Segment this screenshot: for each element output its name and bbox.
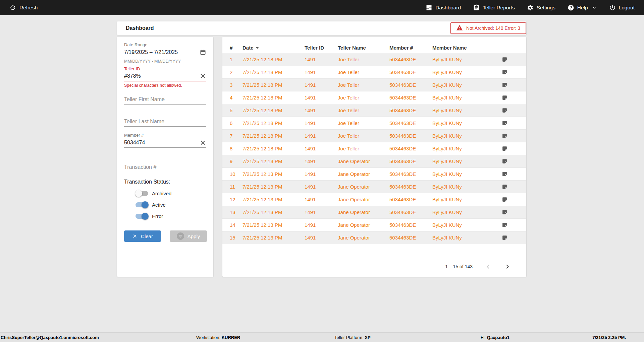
nav-teller-reports-label: Teller Reports bbox=[483, 5, 515, 11]
note-icon[interactable] bbox=[502, 222, 526, 228]
cell-member-num: 5034463DE bbox=[389, 57, 432, 62]
cell-teller-id: 1491 bbox=[305, 108, 338, 113]
note-icon[interactable] bbox=[502, 120, 526, 126]
apply-button[interactable]: Apply bbox=[170, 230, 207, 242]
note-icon[interactable] bbox=[502, 209, 526, 215]
cell-date: 7/21/25 12:18 PM bbox=[243, 133, 305, 139]
refresh-button[interactable]: Refresh bbox=[9, 4, 38, 11]
cell-teller-name: Jane Operator bbox=[338, 235, 389, 241]
clear-member-number-icon[interactable] bbox=[200, 139, 206, 146]
table-row[interactable]: 147/21/25 12:13 PM1491Jane Operator50344… bbox=[222, 219, 526, 231]
cell-teller-id: 1491 bbox=[305, 146, 338, 151]
col-date[interactable]: Date bbox=[243, 45, 305, 51]
calendar-icon[interactable] bbox=[200, 49, 206, 56]
cell-teller-name: Joe Teller bbox=[338, 108, 389, 113]
clear-teller-id-icon[interactable] bbox=[200, 73, 206, 79]
cell-teller-id: 1491 bbox=[305, 120, 338, 126]
cell-date: 7/21/25 12:18 PM bbox=[243, 146, 305, 151]
filter-panel: Date Range MM/DD/YYYY - MM/DD/YYYY Telle… bbox=[117, 37, 213, 277]
note-icon[interactable] bbox=[502, 235, 526, 241]
table-row[interactable]: 137/21/25 12:13 PM1491Jane Operator50344… bbox=[222, 206, 526, 219]
table-row[interactable]: 67/21/25 12:18 PM1491Joe Teller5034463DE… bbox=[222, 117, 526, 130]
note-icon[interactable] bbox=[502, 69, 526, 75]
table-row[interactable]: 127/21/25 12:13 PM1491Jane Operator50344… bbox=[222, 193, 526, 206]
prev-page-button[interactable] bbox=[484, 263, 492, 271]
table-row[interactable]: 97/21/25 12:13 PM1491Jane Operator503446… bbox=[222, 155, 526, 168]
nav-help[interactable]: Help bbox=[568, 4, 597, 11]
col-member-name[interactable]: Member Name bbox=[432, 45, 502, 51]
toggle-label: Active bbox=[152, 202, 166, 208]
cell-date: 7/21/25 12:18 PM bbox=[243, 82, 305, 88]
not-archived-alert[interactable]: Not Archived: 140 Error: 3 bbox=[450, 22, 526, 34]
table-row[interactable]: 37/21/25 12:18 PM1491Joe Teller5034463DE… bbox=[222, 79, 526, 91]
note-icon[interactable] bbox=[502, 108, 526, 113]
toggle-label: Error bbox=[152, 213, 163, 219]
toggle-switch[interactable] bbox=[136, 191, 148, 196]
table-row[interactable]: 17/21/25 12:18 PM1491Joe Teller5034463DE… bbox=[222, 53, 526, 66]
toggle-active[interactable]: Active bbox=[124, 199, 206, 210]
current-datetime: 7/21/25 2:25 PM. bbox=[592, 335, 626, 340]
cell-num: 9 bbox=[230, 158, 243, 164]
teller-last-name-input[interactable] bbox=[124, 119, 206, 125]
cell-date: 7/21/25 12:13 PM bbox=[243, 184, 305, 190]
toggle-switch[interactable] bbox=[136, 214, 148, 219]
table-row[interactable]: 77/21/25 12:18 PM1491Joe Teller5034463DE… bbox=[222, 130, 526, 142]
topbar-nav: Dashboard Teller Reports Settings Help bbox=[426, 4, 635, 11]
nav-settings[interactable]: Settings bbox=[527, 4, 555, 11]
note-icon[interactable] bbox=[502, 57, 526, 62]
table-row[interactable]: 27/21/25 12:18 PM1491Joe Teller5034463DE… bbox=[222, 66, 526, 79]
table-row[interactable]: 157/21/25 12:13 PM1491Jane Operator50344… bbox=[222, 231, 526, 244]
note-icon[interactable] bbox=[502, 146, 526, 151]
cell-member-name: ByLyJI KUNy bbox=[432, 146, 502, 151]
note-icon[interactable] bbox=[502, 197, 526, 202]
note-icon[interactable] bbox=[502, 133, 526, 139]
cell-member-num: 5034463DE bbox=[389, 222, 432, 228]
cell-num: 12 bbox=[230, 197, 243, 202]
note-icon[interactable] bbox=[502, 158, 526, 164]
refresh-label: Refresh bbox=[19, 5, 38, 11]
date-range-input[interactable] bbox=[124, 49, 200, 55]
cell-num: 6 bbox=[230, 120, 243, 126]
nav-logout[interactable]: Logout bbox=[609, 4, 635, 11]
cell-member-name: ByLyJI KUNy bbox=[432, 209, 502, 215]
table-row[interactable]: 47/21/25 12:18 PM1491Joe Teller5034463DE… bbox=[222, 91, 526, 104]
table-row[interactable]: 57/21/25 12:18 PM1491Joe Teller5034463DE… bbox=[222, 104, 526, 117]
cell-teller-id: 1491 bbox=[305, 184, 338, 190]
teller-first-name-input[interactable] bbox=[124, 96, 206, 102]
transaction-number-input[interactable] bbox=[124, 164, 206, 170]
col-num[interactable]: # bbox=[230, 45, 243, 51]
nav-teller-reports[interactable]: Teller Reports bbox=[473, 4, 515, 11]
nav-dashboard[interactable]: Dashboard bbox=[426, 4, 461, 11]
note-icon[interactable] bbox=[502, 82, 526, 88]
warning-icon bbox=[456, 24, 463, 32]
cell-teller-name: Joe Teller bbox=[338, 120, 389, 126]
table-row[interactable]: 107/21/25 12:13 PM1491Jane Operator50344… bbox=[222, 168, 526, 181]
cell-member-name: ByLyJI KUNy bbox=[432, 133, 502, 139]
clear-button[interactable]: Clear bbox=[124, 230, 161, 242]
note-icon[interactable] bbox=[502, 184, 526, 190]
col-member-num[interactable]: Member # bbox=[389, 45, 432, 51]
cell-member-num: 5034463DE bbox=[389, 95, 432, 100]
member-number-field: Member # bbox=[124, 133, 206, 148]
teller-id-input[interactable] bbox=[124, 73, 200, 79]
chevron-right-icon bbox=[503, 263, 512, 271]
cell-member-name: ByLyJI KUNy bbox=[432, 108, 502, 113]
member-number-input[interactable] bbox=[124, 140, 200, 146]
cell-date: 7/21/25 12:13 PM bbox=[243, 235, 305, 241]
toggle-archived[interactable]: Archived bbox=[124, 188, 206, 199]
table-row[interactable]: 87/21/25 12:18 PM1491Joe Teller5034463DE… bbox=[222, 142, 526, 155]
toggle-error[interactable]: Error bbox=[124, 210, 206, 222]
dashboard-icon bbox=[426, 4, 432, 11]
note-icon[interactable] bbox=[502, 95, 526, 100]
cell-date: 7/21/25 12:18 PM bbox=[243, 57, 305, 62]
member-number-label: Member # bbox=[124, 133, 206, 138]
cell-member-name: ByLyJI KUNy bbox=[432, 222, 502, 228]
note-icon[interactable] bbox=[502, 171, 526, 177]
col-teller-id[interactable]: Teller ID bbox=[305, 45, 338, 51]
toggle-switch[interactable] bbox=[136, 202, 148, 207]
table-row[interactable]: 117/21/25 12:13 PM1491Jane Operator50344… bbox=[222, 181, 526, 193]
cell-teller-id: 1491 bbox=[305, 95, 338, 100]
col-teller-name[interactable]: Teller Name bbox=[338, 45, 389, 51]
next-page-button[interactable] bbox=[503, 263, 512, 271]
teller-id-error: Special characters not allowed. bbox=[124, 83, 206, 88]
